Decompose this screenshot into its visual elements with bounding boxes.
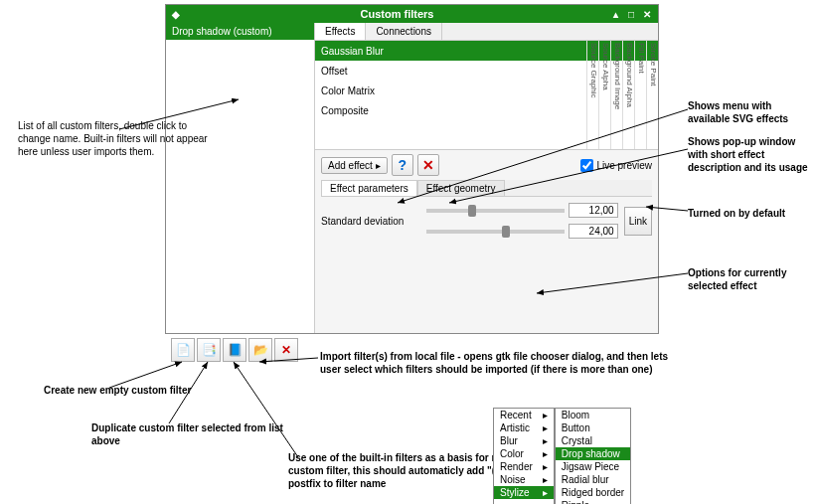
import-filter-button[interactable]: 📂 <box>248 338 272 362</box>
menu-item[interactable]: Ridged border <box>556 486 630 499</box>
std-dev-y-value[interactable]: 24,00 <box>569 224 618 239</box>
close-window-button[interactable]: ✕ <box>640 7 654 21</box>
menu-filters: Bloom Button Crystal Drop shadow Jigsaw … <box>555 408 631 504</box>
main-tabs: Effects Connections <box>315 23 658 41</box>
menu-item[interactable]: Artistic▸ <box>494 421 554 434</box>
add-effect-label: Add effect <box>328 160 373 171</box>
live-preview-input[interactable] <box>580 159 593 172</box>
annotation-import: Import filter(s) from local file - opens… <box>320 350 678 376</box>
source-label: Fill Paint <box>634 41 646 149</box>
menu-item[interactable]: Recent▸ <box>494 409 554 421</box>
minimize-button[interactable]: ▴ <box>608 7 622 21</box>
subtab-geometry[interactable]: Effect geometry <box>417 180 505 196</box>
annotation-svg-menu: Shows menu with available SVG effects <box>688 99 815 125</box>
add-effect-button[interactable]: Add effect ▸ <box>321 157 388 174</box>
new-filter-button[interactable]: 📄 <box>171 338 195 362</box>
source-label: Stroke Paint <box>646 41 658 149</box>
annotation-filter-list: List of all custom filters, double click… <box>18 119 217 158</box>
menu-item[interactable]: Color▸ <box>494 447 554 460</box>
subtab-parameters[interactable]: Effect parameters <box>321 180 417 196</box>
menu-item[interactable]: Crystal <box>556 434 630 447</box>
filter-toolbar: 📄 📑 📘 📂 ✕ <box>171 338 298 362</box>
menu-item[interactable]: Button <box>556 421 630 434</box>
source-label: Background Image <box>610 41 622 149</box>
menu-item[interactable]: Bloom <box>556 409 630 421</box>
dropdown-icon: ▸ <box>376 160 381 171</box>
help-button[interactable]: ? <box>392 154 413 176</box>
duplicate-filter-button[interactable]: 📑 <box>197 338 221 362</box>
app-icon: ◆ <box>172 9 180 20</box>
tab-connections[interactable]: Connections <box>366 23 442 40</box>
builtin-filter-menu: Recent▸ Artistic▸ Blur▸ Color▸ Render▸ N… <box>493 408 631 504</box>
custom-filters-window: ◆ Custom filters ▴ □ ✕ Drop shadow (cust… <box>165 4 659 334</box>
std-deviation-label: Standard deviation <box>321 216 420 227</box>
annotation-new: Create new empty custom filter <box>44 384 191 397</box>
std-dev-x-slider[interactable] <box>426 209 565 213</box>
live-preview-checkbox[interactable]: Live preview <box>580 159 652 172</box>
live-preview-label: Live preview <box>596 160 652 171</box>
menu-item[interactable]: Noise▸ <box>494 473 554 486</box>
std-dev-x-value[interactable]: 12,00 <box>569 203 618 218</box>
menu-categories: Recent▸ Artistic▸ Blur▸ Color▸ Render▸ N… <box>493 408 555 504</box>
menu-item[interactable]: Stylize▸ <box>494 486 554 499</box>
annotation-duplicate: Duplicate custom filter selected from li… <box>91 421 290 447</box>
parameter-panel: Standard deviation 12,00 24,00 Link <box>315 197 658 245</box>
menu-item[interactable]: Ripple <box>556 499 630 504</box>
source-label: Background Alpha <box>622 41 634 149</box>
menu-item[interactable]: Jigsaw Piece <box>556 460 630 473</box>
menu-item[interactable]: Drop shadow <box>556 447 630 460</box>
builtin-filter-button[interactable]: 📘 <box>223 338 246 362</box>
annotation-options: Options for currently selected effect <box>688 266 815 292</box>
filter-list-sidebar[interactable]: Drop shadow (custom) <box>166 23 315 333</box>
menu-item[interactable]: Render▸ <box>494 460 554 473</box>
window-title: Custom filters <box>186 8 608 20</box>
link-values-button[interactable]: Link <box>624 207 652 236</box>
filter-list-item[interactable]: Drop shadow (custom) <box>166 23 314 40</box>
menu-item[interactable]: Blur▸ <box>494 434 554 447</box>
delete-filter-button[interactable]: ✕ <box>274 338 298 362</box>
source-label: Source Graphic <box>586 41 598 149</box>
effects-graph: Gaussian Blur Offset Color Matrix Compos… <box>315 41 658 150</box>
titlebar: ◆ Custom filters ▴ □ ✕ <box>166 5 658 23</box>
source-label: Source Alpha <box>598 41 610 149</box>
menu-item[interactable]: Radial blur <box>556 473 630 486</box>
std-dev-y-slider[interactable] <box>426 230 565 234</box>
annotation-default-on: Turned on by default <box>688 207 785 220</box>
tab-effects[interactable]: Effects <box>315 23 366 40</box>
maximize-button[interactable]: □ <box>624 7 638 21</box>
delete-effect-button[interactable]: ✕ <box>417 154 439 176</box>
annotation-popup: Shows pop-up window with short effect de… <box>688 135 815 174</box>
